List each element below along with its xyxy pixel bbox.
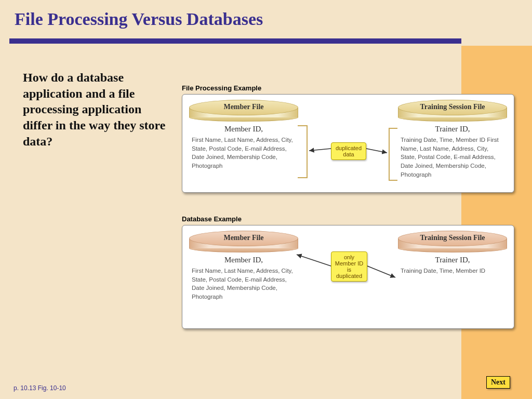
title-rule (9, 38, 461, 44)
cyl-title: Training Session File (398, 234, 507, 242)
cylinder-icon: Training Session File (398, 231, 507, 252)
next-button[interactable]: Next (486, 376, 510, 389)
cylinder-icon: Member File (189, 100, 298, 122)
panel1-heading: File Processing Example (182, 84, 514, 92)
database-panel: Member File Member ID, First Name, Last … (182, 225, 514, 329)
file-processing-panel: Member File Member ID, First Name, Last … (182, 94, 514, 193)
cyl-title: Training Session File (398, 103, 507, 111)
cyl-title: Member File (189, 234, 298, 242)
member-id-line-2: Member ID, (189, 256, 299, 264)
training-file-block-2: Training Session File Trainer ID, Traini… (397, 231, 508, 275)
member-fields: First Name, Last Name, Address, City, St… (189, 134, 299, 170)
page-title: File Processing Versus Databases (15, 9, 517, 29)
only-member-id-note: only Member ID is duplicated (331, 251, 367, 282)
panel2-heading: Database Example (182, 215, 514, 223)
page-reference: p. 10.13 Fig. 10-10 (14, 384, 66, 392)
trainer-id-line-2: Trainer ID, (397, 256, 508, 264)
cyl-title: Member File (189, 103, 298, 111)
member-id-line: Member ID, (189, 125, 299, 134)
cylinder-icon: Member File (189, 231, 298, 252)
member-file-block: Member File Member ID, First Name, Last … (189, 100, 299, 170)
trainer-id-line: Trainer ID, (397, 125, 508, 134)
question-text: How do a database application and a file… (14, 57, 169, 150)
duplicated-data-note: duplicated data (331, 142, 366, 160)
training-file-block: Training Session File Trainer ID, Traini… (397, 100, 508, 179)
member-file-block-2: Member File Member ID, First Name, Last … (189, 231, 299, 301)
training-fields-2: Training Date, Time, Member ID (397, 264, 508, 275)
member-fields-2: First Name, Last Name, Address, City, St… (189, 264, 299, 301)
training-fields: Training Date, Time, Member ID First Nam… (397, 134, 508, 179)
cylinder-icon: Training Session File (398, 100, 507, 122)
